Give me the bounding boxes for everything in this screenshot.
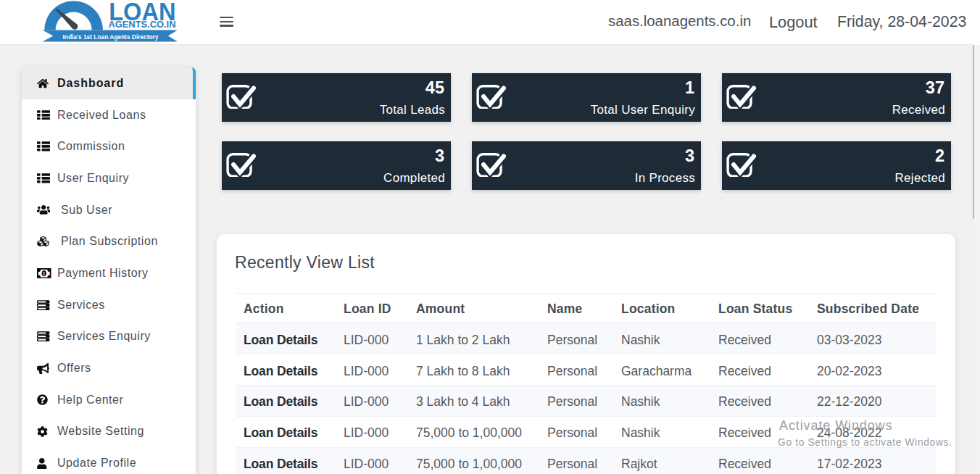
- svg-text:AGENTS.CO.IN: AGENTS.CO.IN: [108, 20, 175, 30]
- svg-text:India's 1st Loan Agents Direct: India's 1st Loan Agents Directory: [63, 33, 159, 41]
- svg-text:1: 1: [43, 270, 46, 275]
